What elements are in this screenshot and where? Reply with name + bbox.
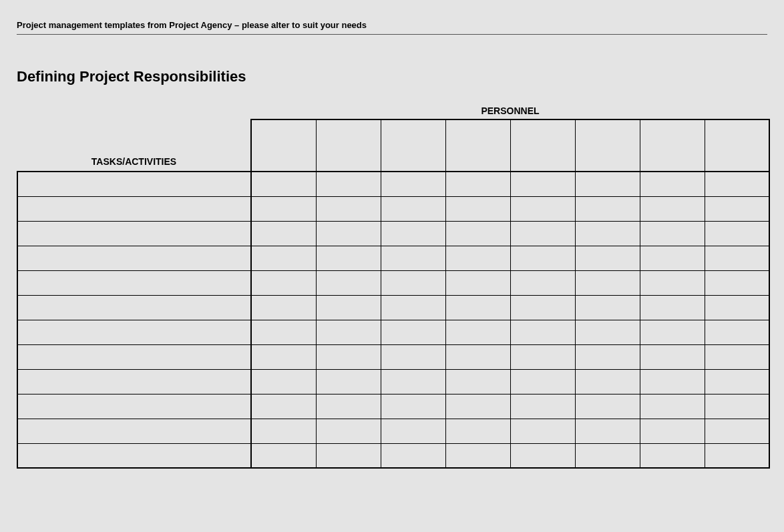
table-row <box>17 172 769 196</box>
task-cell <box>17 419 251 443</box>
assignment-cell <box>445 196 510 221</box>
table-row <box>17 443 769 468</box>
assignment-cell <box>316 369 381 394</box>
assignment-cell <box>381 295 445 320</box>
table-row <box>17 419 769 443</box>
assignment-cell <box>510 443 575 468</box>
assignment-cell <box>575 172 640 196</box>
assignment-cell <box>381 419 445 443</box>
personnel-col-3 <box>445 119 510 172</box>
assignment-cell <box>705 246 769 270</box>
assignment-cell <box>510 419 575 443</box>
assignment-cell <box>251 443 316 468</box>
assignment-cell <box>705 221 769 246</box>
assignment-cell <box>381 443 445 468</box>
assignment-cell <box>251 295 316 320</box>
assignment-cell <box>316 320 381 344</box>
assignment-cell <box>381 270 445 295</box>
assignment-cell <box>705 394 769 419</box>
assignment-cell <box>316 196 381 221</box>
assignment-cell <box>510 369 575 394</box>
assignment-cell <box>316 419 381 443</box>
assignment-cell <box>445 419 510 443</box>
table-row <box>17 246 769 270</box>
assignment-cell <box>510 172 575 196</box>
personnel-col-5 <box>575 119 640 172</box>
assignment-cell <box>445 344 510 369</box>
assignment-cell <box>705 172 769 196</box>
task-cell <box>17 246 251 270</box>
assignment-cell <box>510 394 575 419</box>
assignment-cell <box>381 172 445 196</box>
assignment-cell <box>640 320 705 344</box>
table-row <box>17 344 769 369</box>
assignment-cell <box>640 369 705 394</box>
assignment-cell <box>575 320 640 344</box>
assignment-cell <box>640 419 705 443</box>
assignment-cell <box>705 344 769 369</box>
assignment-cell <box>705 443 769 468</box>
assignment-cell <box>251 172 316 196</box>
assignment-cell <box>381 394 445 419</box>
assignment-cell <box>316 270 381 295</box>
assignment-cell <box>575 443 640 468</box>
assignment-cell <box>705 196 769 221</box>
assignment-cell <box>251 221 316 246</box>
task-cell <box>17 394 251 419</box>
assignment-cell <box>316 394 381 419</box>
assignment-cell <box>575 394 640 419</box>
task-cell <box>17 221 251 246</box>
assignment-cell <box>381 369 445 394</box>
personnel-col-0 <box>251 119 316 172</box>
assignment-cell <box>510 320 575 344</box>
assignment-cell <box>705 369 769 394</box>
assignment-cell <box>640 246 705 270</box>
assignment-cell <box>445 172 510 196</box>
assignment-cell <box>445 246 510 270</box>
task-cell <box>17 295 251 320</box>
personnel-col-7 <box>705 119 769 172</box>
task-cell <box>17 320 251 344</box>
assignment-cell <box>251 246 316 270</box>
assignment-cell <box>381 320 445 344</box>
assignment-cell <box>575 246 640 270</box>
assignment-cell <box>640 443 705 468</box>
assignment-cell <box>381 246 445 270</box>
table-row <box>17 221 769 246</box>
assignment-cell <box>381 196 445 221</box>
personnel-col-4 <box>510 119 575 172</box>
header-source-text: Project management templates from Projec… <box>17 20 767 35</box>
task-cell <box>17 270 251 295</box>
responsibility-table: PERSONNEL TASKS/ACTIVITIES <box>17 105 770 469</box>
assignment-cell <box>510 344 575 369</box>
assignment-cell <box>251 369 316 394</box>
task-cell <box>17 172 251 196</box>
assignment-cell <box>445 320 510 344</box>
assignment-cell <box>640 172 705 196</box>
table-row <box>17 270 769 295</box>
assignment-cell <box>510 221 575 246</box>
table-row <box>17 394 769 419</box>
assignment-cell <box>445 295 510 320</box>
assignment-cell <box>510 270 575 295</box>
table-row <box>17 295 769 320</box>
table-row <box>17 196 769 221</box>
assignment-cell <box>575 196 640 221</box>
empty-corner-top <box>17 105 251 119</box>
task-cell <box>17 369 251 394</box>
assignment-cell <box>316 295 381 320</box>
assignment-cell <box>640 295 705 320</box>
assignment-cell <box>316 221 381 246</box>
assignment-cell <box>445 394 510 419</box>
assignment-cell <box>445 270 510 295</box>
assignment-cell <box>640 394 705 419</box>
task-cell <box>17 443 251 468</box>
assignment-cell <box>575 270 640 295</box>
assignment-cell <box>705 270 769 295</box>
assignment-cell <box>575 344 640 369</box>
personnel-header-label: PERSONNEL <box>251 105 769 119</box>
page-title: Defining Project Responsibilities <box>17 68 767 85</box>
table-row <box>17 369 769 394</box>
assignment-cell <box>445 369 510 394</box>
assignment-cell <box>510 196 575 221</box>
